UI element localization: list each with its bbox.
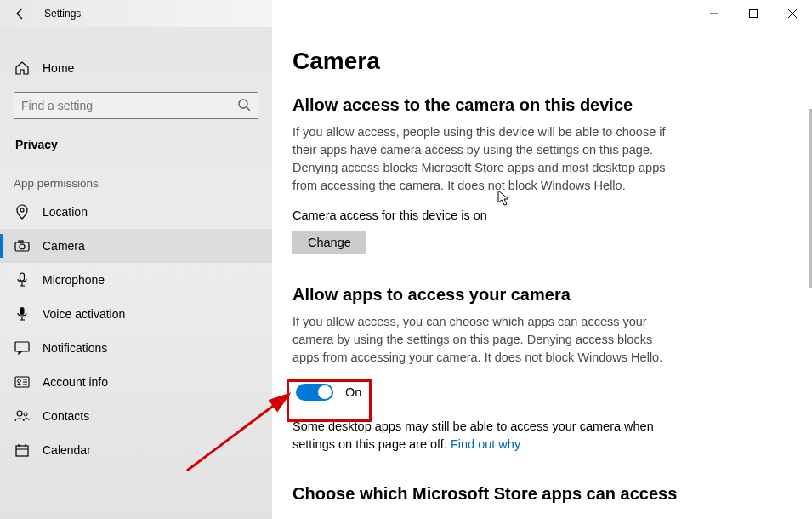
sidebar-item-label: Location	[43, 205, 88, 219]
annotation-highlight-box	[287, 379, 372, 422]
find-out-why-link[interactable]: Find out why	[451, 437, 520, 451]
sidebar-item-label: Notifications	[43, 341, 107, 355]
sidebar-item-calendar[interactable]: Calendar	[0, 433, 272, 467]
svg-point-12	[24, 413, 27, 416]
sidebar-item-label: Contacts	[43, 409, 89, 423]
svg-rect-5	[19, 241, 23, 242]
home-nav[interactable]: Home	[0, 51, 272, 85]
voice-icon	[14, 305, 31, 322]
home-label: Home	[43, 61, 74, 75]
calendar-icon	[14, 442, 31, 459]
svg-point-10	[18, 379, 21, 383]
sidebar-item-contacts[interactable]: Contacts	[0, 399, 272, 433]
sidebar-item-label: Voice activation	[43, 307, 125, 321]
sidebar-item-account-info[interactable]: Account info	[0, 365, 272, 399]
svg-rect-8	[15, 342, 29, 351]
section2-heading: Allow apps to access your camera	[292, 285, 778, 305]
desktop-apps-note: Some desktop apps may still be able to a…	[292, 418, 667, 453]
search-field[interactable]	[21, 99, 237, 112]
content-area: Camera Allow access to the camera on thi…	[272, 27, 812, 519]
group-label: App permissions	[0, 172, 272, 195]
close-button[interactable]	[773, 0, 812, 27]
sidebar-item-notifications[interactable]: Notifications	[0, 331, 272, 365]
svg-point-4	[20, 244, 25, 249]
minimize-button[interactable]	[695, 0, 734, 27]
sidebar-item-voice-activation[interactable]: Voice activation	[0, 297, 272, 331]
camera-icon	[14, 237, 31, 254]
svg-point-1	[239, 100, 247, 108]
sidebar-item-microphone[interactable]: Microphone	[0, 263, 272, 297]
svg-rect-6	[20, 273, 25, 281]
category-label: Privacy	[0, 129, 272, 172]
search-input[interactable]	[14, 92, 258, 119]
section3-heading: Choose which Microsoft Store apps can ac…	[292, 484, 778, 504]
account-icon	[14, 374, 31, 391]
page-title: Camera	[292, 48, 778, 75]
section1-desc: If you allow access, people using this d…	[292, 123, 667, 195]
svg-rect-0	[750, 10, 758, 18]
contacts-icon	[14, 408, 31, 425]
sidebar-item-label: Microphone	[43, 273, 105, 287]
sidebar-item-label: Calendar	[43, 443, 91, 457]
search-icon	[237, 98, 251, 114]
back-button[interactable]	[0, 0, 41, 27]
maximize-button[interactable]	[734, 0, 773, 27]
svg-point-2	[20, 208, 24, 212]
svg-rect-13	[16, 446, 28, 456]
sidebar-item-label: Camera	[43, 239, 85, 253]
location-icon	[14, 203, 31, 220]
section1-heading: Allow access to the camera on this devic…	[292, 95, 778, 115]
home-icon	[14, 60, 31, 77]
sidebar-item-location[interactable]: Location	[0, 195, 272, 229]
svg-rect-7	[20, 307, 25, 315]
section2-desc: If you allow access, you can choose whic…	[292, 313, 667, 367]
sidebar-item-label: Account info	[43, 375, 108, 389]
device-access-status: Camera access for this device is on	[292, 208, 778, 222]
notifications-icon	[14, 339, 31, 356]
microphone-icon	[14, 271, 31, 288]
sidebar: Home Privacy App permissions Location Ca…	[0, 27, 272, 519]
sidebar-item-camera[interactable]: Camera	[0, 229, 272, 263]
svg-point-11	[17, 411, 22, 416]
window-title: Settings	[44, 8, 81, 20]
titlebar: Settings	[0, 0, 812, 27]
change-button[interactable]: Change	[292, 231, 366, 254]
